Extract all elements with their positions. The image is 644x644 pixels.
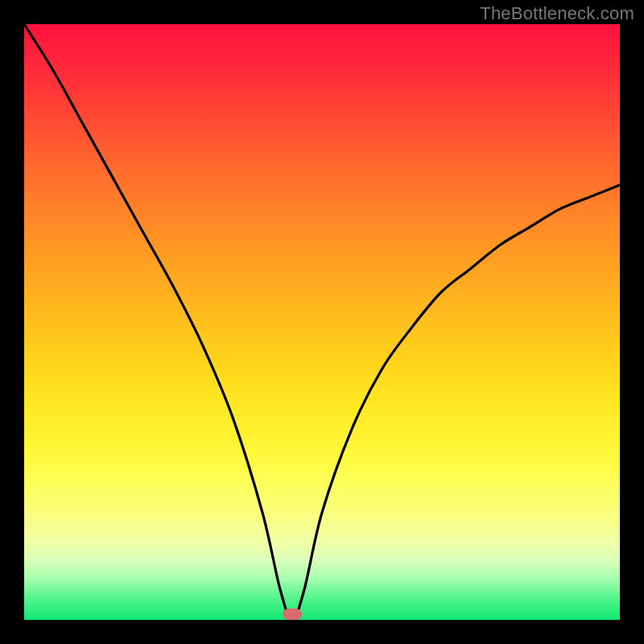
bottleneck-curve (24, 24, 620, 620)
plot-area (24, 24, 620, 620)
curve-path (24, 24, 620, 620)
optimal-marker (283, 609, 302, 620)
chart-frame: TheBottleneck.com (0, 0, 644, 644)
watermark-text: TheBottleneck.com (480, 3, 634, 24)
